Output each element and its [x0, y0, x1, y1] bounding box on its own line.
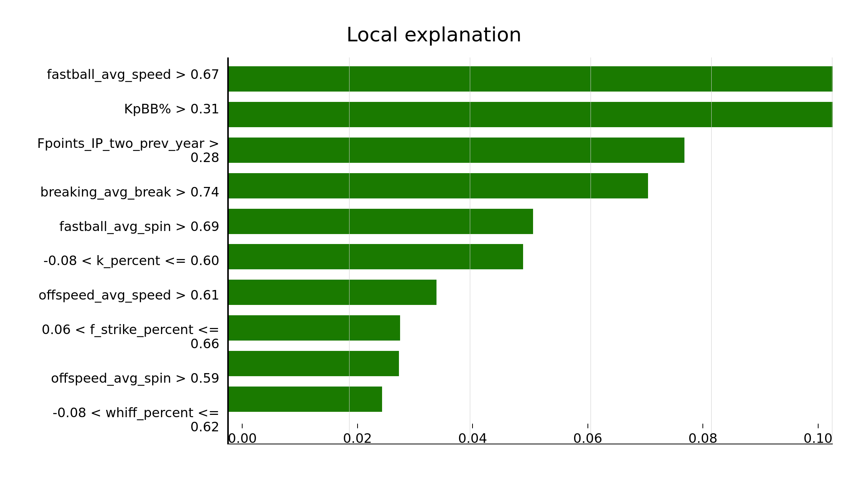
x-tick-label: 0.08 — [688, 431, 717, 446]
plot-area: 0.000.020.040.060.080.10 — [227, 57, 833, 444]
bar — [228, 102, 833, 127]
x-tick: 0.00 — [228, 424, 257, 446]
x-tick-line — [587, 424, 588, 428]
y-axis-label: Fpoints_IP_two_prev_year > 0.28 — [36, 136, 220, 165]
x-tick-line — [702, 424, 703, 428]
y-axis-label: fastball_avg_spin > 0.69 — [59, 220, 220, 234]
bar-row — [228, 241, 833, 272]
x-tick-line — [818, 424, 819, 428]
bar-row — [228, 170, 833, 201]
bar — [228, 138, 684, 163]
x-tick: 0.08 — [688, 424, 717, 446]
y-axis-label: offspeed_avg_speed > 0.61 — [39, 288, 220, 302]
chart-container: Local explanation fastball_avg_speed > 0… — [13, 8, 856, 490]
y-axis-label: -0.08 < whiff_percent <= 0.62 — [36, 406, 220, 434]
bar-row — [228, 277, 833, 308]
bar-row — [228, 348, 833, 379]
y-axis-label: 0.06 < f_strike_percent <= 0.66 — [36, 323, 220, 351]
bar — [228, 209, 533, 234]
x-tick: 0.02 — [343, 424, 372, 446]
bar — [228, 173, 648, 198]
y-axis-label: KpBB% > 0.31 — [124, 102, 220, 116]
x-tick-label: 0.04 — [458, 431, 487, 446]
bar-row — [228, 64, 833, 94]
chart-title: Local explanation — [36, 23, 833, 46]
y-axis-label: -0.08 < k_percent <= 0.60 — [43, 254, 219, 268]
chart-area: fastball_avg_speed > 0.67KpBB% > 0.31Fpo… — [36, 57, 833, 444]
bar-row — [228, 384, 833, 414]
bars-and-axes: fastball_avg_speed > 0.67KpBB% > 0.31Fpo… — [36, 57, 833, 444]
bar-row — [228, 135, 833, 165]
bar — [228, 280, 436, 305]
bar-row — [228, 313, 833, 343]
bar-row — [228, 99, 833, 130]
x-ticks: 0.000.020.040.060.080.10 — [228, 424, 833, 446]
y-axis-label: breaking_avg_break > 0.74 — [40, 185, 219, 199]
x-axis: 0.000.020.040.060.080.10 — [228, 421, 833, 444]
x-tick-line — [357, 424, 358, 428]
x-tick-line — [242, 424, 243, 428]
x-tick-label: 0.06 — [573, 431, 602, 446]
bar — [228, 244, 523, 269]
bar — [228, 66, 833, 92]
bar-row — [228, 206, 833, 237]
x-tick-line — [472, 424, 473, 428]
y-axis-label: fastball_avg_speed > 0.67 — [47, 67, 219, 82]
bar — [228, 387, 382, 412]
x-tick-label: 0.00 — [228, 431, 257, 446]
bar — [228, 351, 399, 376]
x-tick: 0.10 — [804, 424, 833, 446]
y-axis-label: offspeed_avg_spin > 0.59 — [51, 371, 220, 385]
x-tick-label: 0.10 — [804, 431, 833, 446]
x-tick: 0.06 — [573, 424, 602, 446]
bars-wrapper — [228, 57, 833, 421]
x-tick-label: 0.02 — [343, 431, 372, 446]
y-labels: fastball_avg_speed > 0.67KpBB% > 0.31Fpo… — [36, 57, 227, 444]
bar — [228, 315, 400, 341]
x-tick: 0.04 — [458, 424, 487, 446]
